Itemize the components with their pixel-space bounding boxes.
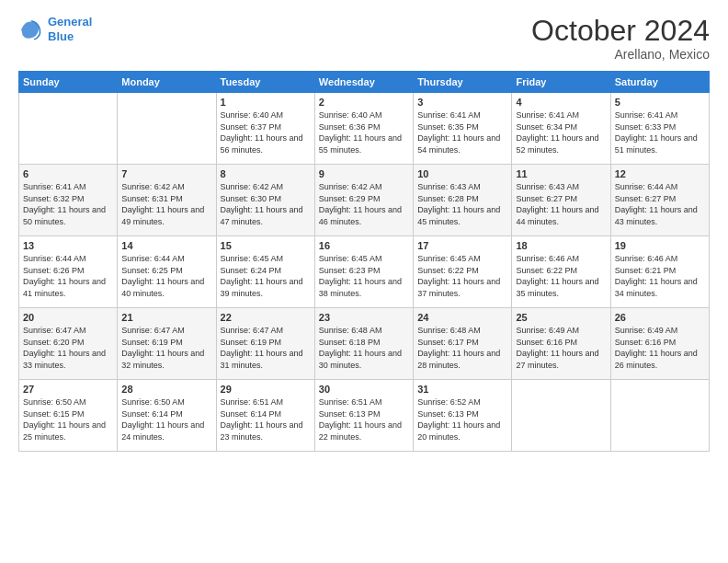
day-number: 12 (615, 168, 705, 179)
day-info: Sunrise: 6:46 AM Sunset: 6:21 PM Dayligh… (615, 253, 705, 299)
day-cell: 24 Sunrise: 6:48 AM Sunset: 6:17 PM Dayl… (414, 308, 512, 380)
day-info: Sunrise: 6:44 AM Sunset: 6:27 PM Dayligh… (615, 181, 705, 227)
daylight: Daylight: 11 hours and 37 minutes. (417, 277, 500, 298)
sunrise: Sunrise: 6:51 AM (221, 397, 284, 407)
sunset: Sunset: 6:25 PM (121, 266, 183, 275)
day-info: Sunrise: 6:45 AM Sunset: 6:24 PM Dayligh… (221, 253, 311, 299)
day-cell: 29 Sunrise: 6:51 AM Sunset: 6:14 PM Dayl… (216, 380, 314, 452)
daylight: Daylight: 11 hours and 46 minutes. (319, 205, 402, 226)
day-number: 24 (417, 312, 507, 323)
daylight: Daylight: 11 hours and 20 minutes. (417, 420, 500, 442)
week-row-0: 1 Sunrise: 6:40 AM Sunset: 6:37 PM Dayli… (19, 93, 710, 165)
calendar-header: Sunday Monday Tuesday Wednesday Thursday… (19, 72, 710, 93)
sunset: Sunset: 6:21 PM (615, 266, 677, 275)
day-cell: 31 Sunrise: 6:52 AM Sunset: 6:13 PM Dayl… (414, 380, 512, 452)
day-cell (118, 93, 216, 165)
sunset: Sunset: 6:20 PM (23, 338, 85, 347)
day-info: Sunrise: 6:47 AM Sunset: 6:20 PM Dayligh… (23, 325, 113, 371)
day-info: Sunrise: 6:41 AM Sunset: 6:34 PM Dayligh… (516, 109, 606, 155)
day-cell: 22 Sunrise: 6:47 AM Sunset: 6:19 PM Dayl… (216, 308, 314, 380)
day-number: 23 (319, 312, 409, 323)
sunset: Sunset: 6:19 PM (121, 338, 183, 347)
day-cell: 12 Sunrise: 6:44 AM Sunset: 6:27 PM Dayl… (610, 165, 709, 236)
day-number: 3 (417, 97, 507, 108)
day-number: 26 (615, 312, 705, 323)
sunset: Sunset: 6:24 PM (221, 266, 282, 275)
day-number: 8 (221, 168, 311, 179)
sunrise: Sunrise: 6:40 AM (319, 110, 382, 120)
day-number: 18 (516, 240, 606, 251)
day-cell: 4 Sunrise: 6:41 AM Sunset: 6:34 PM Dayli… (512, 93, 610, 165)
sunrise: Sunrise: 6:44 AM (121, 254, 185, 263)
sunrise: Sunrise: 6:45 AM (319, 254, 382, 263)
day-info: Sunrise: 6:48 AM Sunset: 6:18 PM Dayligh… (319, 325, 409, 371)
day-cell (512, 380, 610, 452)
day-number: 13 (23, 240, 113, 251)
sunset: Sunset: 6:22 PM (417, 266, 479, 275)
month-title: October 2024 (531, 15, 710, 47)
day-info: Sunrise: 6:42 AM Sunset: 6:31 PM Dayligh… (121, 181, 211, 227)
sunrise: Sunrise: 6:44 AM (23, 254, 86, 263)
sunrise: Sunrise: 6:42 AM (319, 182, 382, 191)
day-number: 10 (417, 168, 507, 179)
day-number: 9 (319, 168, 409, 179)
sunset: Sunset: 6:32 PM (23, 194, 85, 203)
day-number: 2 (319, 97, 409, 108)
day-info: Sunrise: 6:41 AM Sunset: 6:32 PM Dayligh… (23, 181, 113, 227)
day-info: Sunrise: 6:46 AM Sunset: 6:22 PM Dayligh… (516, 253, 606, 299)
day-cell: 28 Sunrise: 6:50 AM Sunset: 6:14 PM Dayl… (118, 380, 216, 452)
daylight: Daylight: 11 hours and 23 minutes. (221, 420, 303, 442)
day-info: Sunrise: 6:51 AM Sunset: 6:13 PM Dayligh… (319, 396, 409, 442)
sunset: Sunset: 6:37 PM (221, 122, 282, 132)
day-info: Sunrise: 6:45 AM Sunset: 6:22 PM Dayligh… (417, 253, 507, 299)
sunrise: Sunrise: 6:48 AM (319, 326, 382, 335)
sunset: Sunset: 6:30 PM (221, 194, 282, 203)
sunset: Sunset: 6:29 PM (319, 194, 381, 203)
sunset: Sunset: 6:16 PM (615, 338, 677, 347)
header: General Blue October 2024 Arellano, Mexi… (18, 15, 710, 62)
day-number: 11 (516, 168, 606, 179)
day-info: Sunrise: 6:52 AM Sunset: 6:13 PM Dayligh… (417, 396, 507, 442)
sunrise: Sunrise: 6:52 AM (417, 397, 481, 407)
day-number: 27 (23, 384, 113, 395)
day-cell: 18 Sunrise: 6:46 AM Sunset: 6:22 PM Dayl… (512, 236, 610, 308)
day-cell: 20 Sunrise: 6:47 AM Sunset: 6:20 PM Dayl… (19, 308, 118, 380)
week-row-4: 27 Sunrise: 6:50 AM Sunset: 6:15 PM Dayl… (19, 380, 710, 452)
daylight: Daylight: 11 hours and 33 minutes. (23, 349, 106, 370)
day-info: Sunrise: 6:51 AM Sunset: 6:14 PM Dayligh… (221, 396, 311, 442)
daylight: Daylight: 11 hours and 22 minutes. (319, 420, 402, 442)
day-cell: 11 Sunrise: 6:43 AM Sunset: 6:27 PM Dayl… (512, 165, 610, 236)
day-cell: 25 Sunrise: 6:49 AM Sunset: 6:16 PM Dayl… (512, 308, 610, 380)
calendar-body: 1 Sunrise: 6:40 AM Sunset: 6:37 PM Dayli… (19, 93, 710, 452)
logo-icon (18, 17, 44, 42)
day-info: Sunrise: 6:48 AM Sunset: 6:17 PM Dayligh… (417, 325, 507, 371)
sunset: Sunset: 6:34 PM (516, 122, 577, 132)
daylight: Daylight: 11 hours and 25 minutes. (23, 420, 106, 442)
daylight: Daylight: 11 hours and 44 minutes. (516, 205, 598, 226)
sunrise: Sunrise: 6:47 AM (121, 326, 185, 335)
sunset: Sunset: 6:16 PM (516, 338, 577, 347)
day-number: 5 (615, 97, 705, 108)
day-info: Sunrise: 6:47 AM Sunset: 6:19 PM Dayligh… (121, 325, 211, 371)
day-info: Sunrise: 6:45 AM Sunset: 6:23 PM Dayligh… (319, 253, 409, 299)
sunrise: Sunrise: 6:41 AM (23, 182, 86, 191)
sunset: Sunset: 6:14 PM (121, 409, 183, 419)
sunrise: Sunrise: 6:42 AM (221, 182, 284, 191)
day-number: 30 (319, 384, 409, 395)
day-cell: 9 Sunrise: 6:42 AM Sunset: 6:29 PM Dayli… (314, 165, 413, 236)
sunset: Sunset: 6:13 PM (319, 409, 381, 419)
week-row-2: 13 Sunrise: 6:44 AM Sunset: 6:26 PM Dayl… (19, 236, 710, 308)
sunset: Sunset: 6:36 PM (319, 122, 381, 132)
day-cell: 26 Sunrise: 6:49 AM Sunset: 6:16 PM Dayl… (610, 308, 709, 380)
sunset: Sunset: 6:14 PM (221, 409, 282, 419)
day-info: Sunrise: 6:43 AM Sunset: 6:27 PM Dayligh… (516, 181, 606, 227)
sunset: Sunset: 6:35 PM (417, 122, 479, 132)
sunrise: Sunrise: 6:44 AM (615, 182, 678, 191)
day-number: 17 (417, 240, 507, 251)
day-number: 20 (23, 312, 113, 323)
day-number: 1 (221, 97, 311, 108)
sunrise: Sunrise: 6:47 AM (221, 326, 284, 335)
sunset: Sunset: 6:15 PM (23, 409, 85, 419)
sunrise: Sunrise: 6:40 AM (221, 110, 284, 120)
header-thursday: Thursday (414, 72, 512, 93)
